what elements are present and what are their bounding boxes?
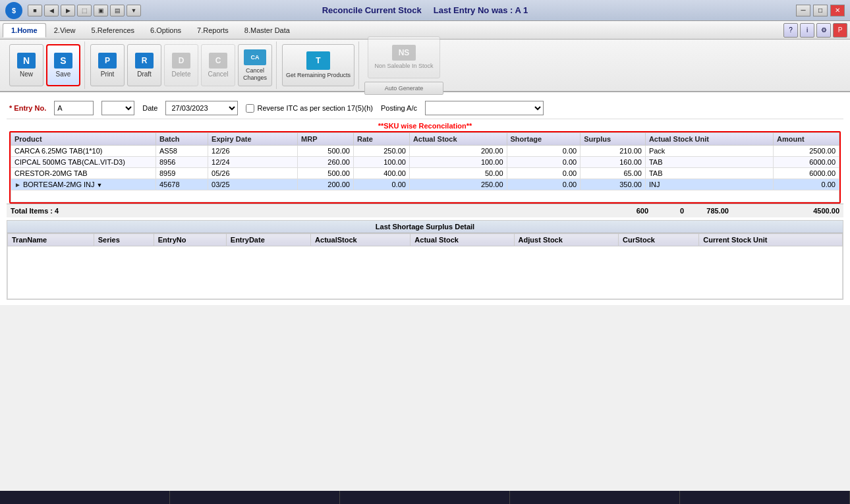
quick-icon-6[interactable]: ▤ <box>110 5 125 16</box>
detail-empty-row <box>8 246 843 299</box>
entry-no-dropdown[interactable] <box>101 101 134 115</box>
status-segment-4 <box>510 491 680 504</box>
cell-expiry: 12/26 <box>208 146 298 157</box>
cell-unit: TAB <box>645 157 773 168</box>
posting-ac-label: Posting A/c <box>381 104 417 112</box>
get-remaining-button[interactable]: T Get Remaining Products <box>282 44 354 86</box>
cell-actual-stock: 200.00 <box>409 146 507 157</box>
tab-home[interactable]: 1.Home <box>3 23 46 38</box>
status-bar <box>0 491 850 504</box>
cell-batch: 45678 <box>156 179 208 190</box>
new-icon: N <box>17 53 36 69</box>
table-row[interactable]: CIPCAL 500MG TAB(CAL.VIT-D3) 8956 12/24 … <box>11 157 839 168</box>
tab-reports[interactable]: 7.Reports <box>189 24 237 37</box>
cell-rate: 400.00 <box>354 168 410 179</box>
cancel-button[interactable]: C Cancel <box>201 44 235 86</box>
help-icon[interactable]: ? <box>783 23 798 38</box>
maximize-button[interactable]: □ <box>813 5 828 16</box>
detail-section: Last Shortage Surplus Detail TranName Se… <box>7 220 843 300</box>
close-button[interactable]: ✕ <box>830 5 845 16</box>
cell-amount: 0.00 <box>774 179 839 190</box>
quick-icon-1[interactable]: ■ <box>28 5 42 16</box>
info-icon[interactable]: i <box>800 23 814 38</box>
help-icons: ? i ⚙ P <box>783 23 847 38</box>
cancel-icon: C <box>209 53 227 69</box>
draft-button[interactable]: R Draft <box>127 44 161 86</box>
print-icon: P <box>98 53 117 69</box>
cell-expiry: 12/24 <box>208 157 298 168</box>
entry-row: * Entry No. Date 27/03/2023 Reverse ITC … <box>7 98 843 119</box>
detail-col-adjust-stock: Adjust Stock <box>514 234 618 246</box>
quick-dropdown[interactable]: ▼ <box>127 5 141 16</box>
draft-icon: R <box>135 53 154 69</box>
cell-product: CIPCAL 500MG TAB(CAL.VIT-D3) <box>11 157 156 168</box>
cell-product: ► BORTESAM-2MG INJ ▼ <box>11 179 156 190</box>
print-button[interactable]: P Print <box>90 44 125 86</box>
sku-title: **SKU wise Reconcilation** <box>7 119 843 131</box>
col-header-actual-stock: Actual Stock <box>409 133 507 146</box>
minimize-button[interactable]: ─ <box>796 5 810 16</box>
total-actual-stock: 600 <box>596 207 648 215</box>
toolbar-group-get: T Get Remaining Products <box>278 42 359 89</box>
tab-options[interactable]: 6.Options <box>142 24 189 37</box>
new-button[interactable]: N New <box>9 44 43 86</box>
quick-icon-2[interactable]: ◀ <box>44 5 59 16</box>
col-header-shortage: Shortage <box>507 133 581 146</box>
table-empty-row <box>11 190 839 202</box>
detail-col-entryno: EntryNo <box>154 234 226 246</box>
table-row[interactable]: CARCA 6.25MG TAB(1*10) AS58 12/26 500.00… <box>11 146 839 157</box>
cell-unit: INJ <box>645 179 773 190</box>
cell-mrp: 500.00 <box>298 146 354 157</box>
detail-col-actualstock: ActualStock <box>311 234 411 246</box>
delete-button[interactable]: D Delete <box>164 44 198 86</box>
save-icon: S <box>54 53 72 69</box>
date-field[interactable]: 27/03/2023 <box>165 101 238 115</box>
cell-expiry: 03/25 <box>208 179 298 190</box>
tab-view[interactable]: 2.View <box>46 24 84 37</box>
col-header-expiry: Expiry Date <box>208 133 298 146</box>
save-button[interactable]: S Save <box>46 44 80 86</box>
cell-unit: TAB <box>645 168 773 179</box>
cell-surplus: 160.00 <box>581 157 646 168</box>
detail-col-tranname: TranName <box>8 234 94 246</box>
auto-generate-label: Auto Generate <box>364 82 443 95</box>
cell-shortage: 0.00 <box>507 168 581 179</box>
total-row: Total Items : 4 600 0 785.00 4500.00 <box>7 204 843 217</box>
entry-no-label: * Entry No. <box>9 104 46 112</box>
delete-icon: D <box>172 53 190 69</box>
reverse-itc-checkbox[interactable] <box>246 104 254 113</box>
tab-references[interactable]: 5.References <box>84 24 142 37</box>
cell-mrp: 200.00 <box>298 179 354 190</box>
posting-ac-field[interactable] <box>425 101 544 115</box>
quick-icon-3[interactable]: ▶ <box>61 5 75 16</box>
cell-mrp: 260.00 <box>298 157 354 168</box>
cancel-changes-button[interactable]: CA Cancel Changes <box>238 44 272 86</box>
col-header-amount: Amount <box>774 133 839 146</box>
quick-icon-4[interactable]: ⬚ <box>77 5 92 16</box>
title-bar: $ ■ ◀ ▶ ⬚ ▣ ▤ ▼ Reconcile Current Stock … <box>0 0 850 21</box>
col-header-mrp: MRP <box>298 133 354 146</box>
cell-shortage: 0.00 <box>507 157 581 168</box>
main-table-wrapper: Product Batch Expiry Date MRP Rate Actua… <box>9 131 841 204</box>
table-row[interactable]: CRESTOR-20MG TAB 8959 05/26 500.00 400.0… <box>11 168 839 179</box>
quick-icon-5[interactable]: ▣ <box>94 5 108 16</box>
cell-actual-stock: 100.00 <box>409 157 507 168</box>
detail-table: TranName Series EntryNo EntryDate Actual… <box>7 233 843 299</box>
status-segment-1 <box>0 491 170 504</box>
settings-icon[interactable]: ⚙ <box>816 23 831 38</box>
col-header-batch: Batch <box>156 133 208 146</box>
table-row[interactable]: ► BORTESAM-2MG INJ ▼ 45678 03/25 200.00 … <box>11 179 839 190</box>
cell-batch: 8956 <box>156 157 208 168</box>
non-saleable-button[interactable]: NS Non Saleable In Stock <box>368 36 440 78</box>
tab-masterdata[interactable]: 8.Master Data <box>237 24 298 37</box>
app-logo: $ <box>5 2 22 19</box>
col-header-product: Product <box>11 133 156 146</box>
pdf-icon[interactable]: P <box>833 23 847 38</box>
detail-col-series: Series <box>94 234 154 246</box>
cell-surplus: 210.00 <box>581 146 646 157</box>
entry-no-field[interactable] <box>54 101 94 115</box>
col-header-unit: Actual Stock Unit <box>645 133 773 146</box>
cell-batch: 8959 <box>156 168 208 179</box>
cell-shortage: 0.00 <box>507 179 581 190</box>
quick-access-toolbar: ■ ◀ ▶ ⬚ ▣ ▤ ▼ <box>28 5 141 16</box>
